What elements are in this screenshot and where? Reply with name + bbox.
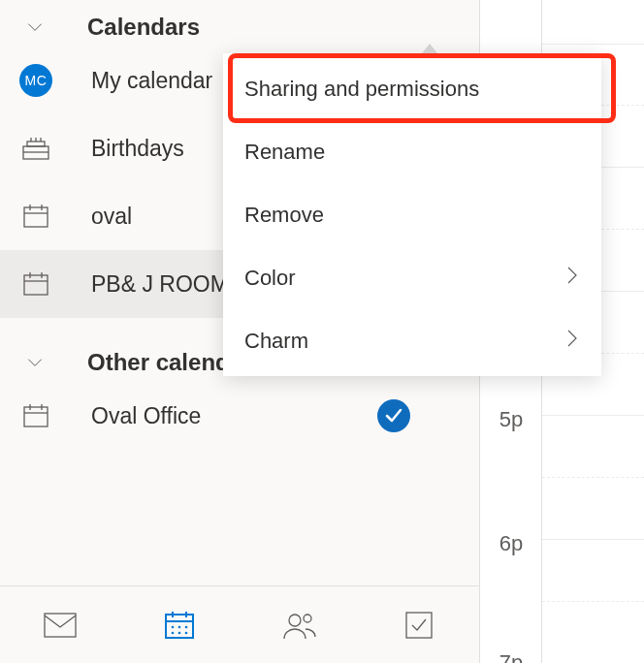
menu-item-label: Color [244, 266, 296, 291]
menu-item-color[interactable]: Color [223, 246, 601, 309]
tasks-nav-button[interactable] [398, 604, 440, 647]
menu-item-label: Rename [244, 140, 325, 165]
calendar-context-menu: Sharing and permissions Rename Remove Co… [223, 53, 601, 376]
svg-rect-15 [406, 613, 432, 638]
people-nav-button[interactable] [278, 604, 321, 647]
tasks-icon [403, 610, 435, 641]
menu-item-label: Charm [244, 329, 308, 354]
calendar-icon [19, 399, 52, 432]
chevron-down-icon [25, 17, 45, 37]
menu-item-charm[interactable]: Charm [223, 309, 601, 372]
chevron-right-icon [564, 266, 580, 291]
app-bar [0, 585, 479, 663]
svg-rect-5 [45, 614, 76, 637]
calendar-icon [19, 268, 52, 300]
birthday-icon [19, 132, 52, 165]
svg-rect-1 [27, 142, 45, 146]
svg-point-8 [178, 625, 181, 628]
svg-point-13 [289, 615, 301, 626]
menu-item-sharing-permissions[interactable]: Sharing and permissions [223, 57, 601, 120]
group-label: Calendars [87, 14, 200, 41]
chevron-right-icon [564, 329, 580, 354]
calendar-group-header[interactable]: Calendars [0, 0, 432, 47]
mail-icon [43, 612, 78, 639]
chevron-down-icon [25, 353, 45, 372]
people-icon [281, 610, 318, 641]
menu-item-label: Remove [244, 203, 324, 228]
svg-point-10 [172, 631, 175, 634]
svg-rect-4 [24, 407, 48, 426]
hour-label: 5p [480, 407, 542, 432]
calendar-icon [163, 609, 196, 642]
calendar-icon [19, 200, 52, 233]
menu-item-remove[interactable]: Remove [223, 183, 601, 246]
calendar-item-oval-office[interactable]: Oval Office [0, 382, 432, 450]
menu-item-label: Sharing and permissions [244, 77, 479, 102]
mail-nav-button[interactable] [39, 604, 81, 647]
calendar-item-label: Oval Office [91, 403, 338, 429]
svg-point-12 [185, 631, 188, 634]
menu-pointer-icon [422, 44, 437, 53]
hour-label: 7p [480, 650, 542, 663]
svg-point-11 [178, 631, 181, 634]
menu-item-rename[interactable]: Rename [223, 120, 601, 183]
avatar: MC [19, 64, 52, 97]
calendar-nav-button[interactable] [158, 604, 201, 647]
checkmark-icon [377, 399, 410, 432]
svg-rect-3 [24, 275, 48, 295]
hour-label: 6p [480, 531, 542, 556]
svg-point-9 [185, 625, 188, 628]
svg-point-7 [172, 625, 175, 628]
svg-rect-2 [24, 207, 48, 227]
svg-point-14 [304, 615, 311, 622]
